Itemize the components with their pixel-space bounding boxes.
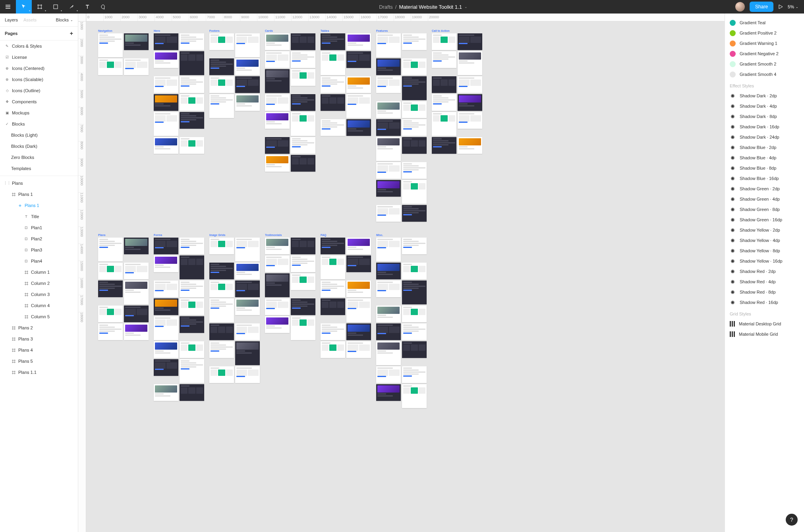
artboard-frame[interactable] xyxy=(402,281,427,304)
artboard-frame[interactable] xyxy=(209,298,234,322)
layer-item[interactable]: ⊡Plan4 xyxy=(0,255,78,267)
artboard-frame[interactable] xyxy=(321,323,345,340)
artboard-frame[interactable] xyxy=(265,69,290,93)
color-style-item[interactable]: Gradient Warning 1 xyxy=(725,38,804,48)
artboard-frame[interactable] xyxy=(402,263,427,279)
effect-style-item[interactable]: ✺Shadow Red · 2dp xyxy=(725,266,804,277)
artboard-frame[interactable] xyxy=(376,205,401,222)
artboard-frame[interactable] xyxy=(291,51,315,68)
artboard-frame[interactable] xyxy=(209,33,234,50)
artboard-frame[interactable] xyxy=(346,76,371,93)
layer-item[interactable]: Column 4 xyxy=(0,300,78,311)
artboard-frame[interactable] xyxy=(265,51,290,68)
effect-style-item[interactable]: ✺Shadow Blue · 2dp xyxy=(725,142,804,153)
artboard-frame[interactable] xyxy=(321,76,345,93)
artboard-frame[interactable] xyxy=(209,323,234,340)
effect-style-item[interactable]: ✺Shadow Yellow · 16dp xyxy=(725,256,804,266)
artboard-frame[interactable] xyxy=(376,137,401,161)
effect-style-item[interactable]: ✺Shadow Red · 16dp xyxy=(725,297,804,308)
artboard-frame[interactable] xyxy=(291,238,315,254)
artboard-frame[interactable] xyxy=(402,341,427,358)
artboard-frame[interactable] xyxy=(402,58,427,75)
artboard-frame[interactable] xyxy=(180,33,204,50)
artboard-frame[interactable] xyxy=(235,281,260,297)
artboard-frame[interactable] xyxy=(180,316,204,333)
artboard-frame[interactable] xyxy=(402,366,427,383)
artboard-frame[interactable] xyxy=(265,298,290,315)
color-style-item[interactable]: Gradient Smooth 4 xyxy=(725,69,804,79)
artboard-frame[interactable] xyxy=(154,33,178,50)
effect-style-item[interactable]: ✺Shadow Yellow · 2dp xyxy=(725,225,804,235)
artboard-frame[interactable] xyxy=(265,137,290,154)
artboard-frame[interactable] xyxy=(98,281,123,297)
artboard-frame[interactable] xyxy=(376,33,401,57)
artboard-frame[interactable] xyxy=(209,58,234,75)
layer-item[interactable]: TTitle xyxy=(0,211,78,222)
artboard-frame[interactable] xyxy=(154,238,178,254)
page-item[interactable]: Zero Blocks xyxy=(0,152,78,163)
color-style-item[interactable]: Gradient Teal xyxy=(725,17,804,28)
artboard-frame[interactable] xyxy=(321,255,345,279)
artboard-frame[interactable] xyxy=(376,180,401,197)
artboard-frame[interactable] xyxy=(432,112,456,136)
artboard-frame[interactable] xyxy=(402,238,427,254)
layer-item[interactable]: ⊡Plan3 xyxy=(0,244,78,255)
effect-style-item[interactable]: ✺Shadow Green · 2dp xyxy=(725,184,804,194)
artboard-frame[interactable] xyxy=(402,323,427,340)
tab-layers[interactable]: Layers xyxy=(5,17,18,22)
artboard-frame[interactable] xyxy=(235,58,260,75)
artboard-frame[interactable] xyxy=(235,263,260,279)
artboard-frame[interactable] xyxy=(265,273,290,297)
layer-item[interactable]: Plans 4 xyxy=(0,344,78,356)
effect-style-item[interactable]: ✺Shadow Red · 8dp xyxy=(725,287,804,297)
page-item[interactable]: ⊕Icons (Centered) xyxy=(0,63,78,74)
effect-style-item[interactable]: ✺Shadow Blue · 4dp xyxy=(725,153,804,163)
artboard-frame[interactable] xyxy=(458,94,482,111)
artboard-frame[interactable] xyxy=(432,94,456,111)
artboard-frame[interactable] xyxy=(402,205,427,222)
artboard-frame[interactable] xyxy=(402,119,427,136)
artboard-frame[interactable] xyxy=(291,316,315,340)
artboard-frame[interactable] xyxy=(180,384,204,401)
blocks-dropdown[interactable]: Blocks ⌄ xyxy=(56,17,73,22)
layer-item[interactable]: Column 5 xyxy=(0,311,78,322)
artboard-frame[interactable] xyxy=(235,298,260,315)
artboard-frame[interactable] xyxy=(124,33,149,50)
artboard-frame[interactable] xyxy=(265,316,290,333)
artboard-frame[interactable] xyxy=(235,323,260,340)
artboard-frame[interactable] xyxy=(154,51,178,68)
shape-tool[interactable]: ▾ xyxy=(48,0,64,14)
artboard-frame[interactable] xyxy=(265,94,290,111)
share-button[interactable]: Share xyxy=(750,2,773,12)
frame-tool[interactable]: ▾ xyxy=(32,0,48,14)
artboard-frame[interactable] xyxy=(154,298,178,315)
artboard-frame[interactable] xyxy=(376,366,401,383)
color-style-item[interactable]: Gradient Positive 2 xyxy=(725,28,804,38)
artboard-frame[interactable] xyxy=(291,273,315,290)
artboard-frame[interactable] xyxy=(180,76,204,93)
artboard-frame[interactable] xyxy=(154,255,178,272)
artboard-frame[interactable] xyxy=(180,94,204,111)
artboard-frame[interactable] xyxy=(124,281,149,304)
artboard-frame[interactable] xyxy=(291,69,315,86)
effect-style-item[interactable]: ✺Shadow Dark · 16dp xyxy=(725,122,804,132)
artboard-frame[interactable] xyxy=(376,341,401,365)
artboard-frame[interactable] xyxy=(402,306,427,322)
artboard-frame[interactable] xyxy=(124,323,149,340)
artboard-frame[interactable] xyxy=(402,162,427,179)
artboard-frame[interactable] xyxy=(209,366,234,383)
artboard-frame[interactable] xyxy=(376,323,401,340)
artboard-frame[interactable] xyxy=(376,263,401,279)
layer-item[interactable]: ⋮⋮Plans xyxy=(0,178,78,189)
grid-style-item[interactable]: Material Mobile Grid xyxy=(725,329,804,339)
layer-item[interactable]: Plans 2 xyxy=(0,322,78,333)
artboard-frame[interactable] xyxy=(291,298,315,315)
artboard-frame[interactable] xyxy=(180,359,204,383)
present-button[interactable] xyxy=(778,4,783,9)
artboard-frame[interactable] xyxy=(376,238,401,261)
artboard-frame[interactable] xyxy=(265,112,290,129)
artboard-frame[interactable] xyxy=(402,33,427,50)
page-item[interactable]: ✓Blocks xyxy=(0,118,78,130)
layer-item[interactable]: Plans 1.1 xyxy=(0,367,78,378)
artboard-frame[interactable] xyxy=(154,94,178,111)
